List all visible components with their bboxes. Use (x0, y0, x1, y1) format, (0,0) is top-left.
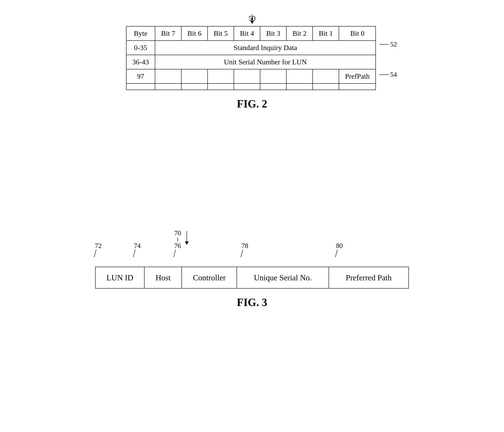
col-header-bit4: Bit 4 (234, 26, 260, 41)
fig3-cell-controller: Controller (182, 267, 237, 288)
bit1-e (313, 84, 339, 90)
fig2-caption: FIG. 2 (126, 98, 378, 110)
bit0-e (339, 84, 376, 90)
bit4-97 (234, 69, 260, 84)
bit5-e (207, 84, 234, 90)
bit6-97 (181, 69, 207, 84)
bit6-e (181, 84, 207, 90)
ref70-arrow (185, 231, 189, 245)
byte-cell-1: 36-43 (126, 55, 155, 69)
col-header-bit7: Bit 7 (155, 26, 181, 41)
bit3-97 (260, 69, 286, 84)
fig3-caption: FIG. 3 (237, 296, 267, 309)
bit4-e (234, 84, 260, 90)
span-cell-1: Unit Serial Number for LUN (155, 55, 376, 69)
fig3-table: LUN ID Host Controller Unique Serial No.… (95, 267, 409, 289)
fig3-cell-serialno: Unique Serial No. (237, 267, 329, 288)
col-header-bit2: Bit 2 (286, 26, 313, 41)
bit7-97 (155, 69, 181, 84)
fig2-table: Byte Bit 7 Bit 6 Bit 5 Bit 4 Bit 3 Bit 2… (126, 26, 376, 90)
table-row-36-43: 36-43 Unit Serial Number for LUN (126, 55, 376, 69)
annot-72: 72 (95, 242, 102, 257)
ref-number-50: 50 (249, 14, 256, 22)
col-header-bit0: Bit 0 (339, 26, 376, 41)
annot-78: 78 (242, 242, 248, 257)
byte-cell-3 (126, 84, 155, 90)
prefpath-cell: PrefPath (339, 69, 376, 84)
table-row-0-35: 0-35 Standard Inquiry Data (126, 41, 376, 55)
table-row-empty (126, 84, 376, 90)
bit2-e (286, 84, 313, 90)
byte-cell-0: 0-35 (126, 41, 155, 55)
table-row-97: 97 PrefPath (126, 69, 376, 84)
col-header-bit5: Bit 5 (207, 26, 234, 41)
col-header-bit3: Bit 3 (260, 26, 286, 41)
bit3-e (260, 84, 286, 90)
byte-cell-2: 97 (126, 69, 155, 84)
col-header-byte: Byte (126, 26, 155, 41)
annot-74: 74 (134, 242, 141, 257)
span-cell-0: Standard Inquiry Data (155, 41, 376, 55)
bit7-e (155, 84, 181, 90)
bit5-97 (207, 69, 234, 84)
bit1-97 (313, 69, 339, 84)
fig3-cell-lunid: LUN ID (95, 267, 144, 288)
annot-70: 70 (174, 229, 181, 242)
col-header-bit6: Bit 6 (181, 26, 207, 41)
annot-76: 76 (174, 242, 181, 257)
fig3-cell-host: Host (144, 267, 182, 288)
ref-label-54: 54 (379, 71, 397, 78)
fig3-cell-prefpath: Preferred Path (329, 267, 409, 288)
ref-label-52: 52 (379, 40, 397, 48)
col-header-bit1: Bit 1 (313, 26, 339, 41)
bit2-97 (286, 69, 313, 84)
annot-80: 80 (336, 242, 343, 257)
